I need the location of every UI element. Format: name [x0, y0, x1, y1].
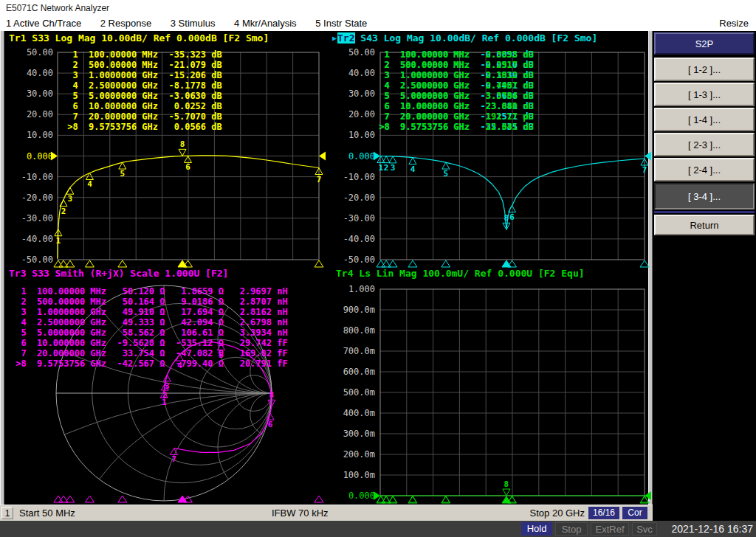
y-axis-label: -50.00 [328, 254, 375, 265]
y-axis-label: 50.00 [6, 47, 53, 58]
y-axis-label: -20.00 [328, 193, 375, 203]
y-axis-label: -40.00 [6, 234, 53, 244]
y-axis-label: 200.0m [328, 449, 375, 460]
marker-table-row: 5 5.0000000 GHz 58.562 Ω 106.61 Ω 3.3934… [10, 328, 288, 338]
marker-table-row: 1 100.00000 MHz 50.120 Ω 1.8659 Ω 2.9697… [10, 286, 288, 297]
y-axis-label: 300.0m [328, 429, 375, 439]
svg-text:1: 1 [56, 236, 61, 246]
marker-table-row: 3 1.0000000 GHz 49.910 Ω 17.694 Ω 2.8162… [10, 307, 288, 317]
y-axis-label: -10.00 [328, 172, 375, 182]
y-axis-label: 0.000 [6, 151, 53, 162]
y-axis-label: -20.00 [6, 193, 53, 203]
y-axis-label: 500.0m [328, 387, 375, 398]
svg-text:3: 3 [391, 163, 396, 173]
svg-text:7: 7 [642, 165, 647, 175]
y-axis-label: -30.00 [6, 213, 53, 224]
trace4-header: Tr4 Ls Lin Mag 100.0mU/ Ref 0.000U [F2 E… [336, 268, 585, 279]
marker-table-row: 4 2.5000000 GHz 49.333 Ω 42.094 Ω 2.6798… [10, 317, 288, 328]
marker-table-row: 4 2.5000000 GHz 2.4907 nU [374, 80, 534, 91]
marker-table-row: 6 10.000000 GHz 0.0252 dB [62, 101, 222, 111]
marker-table-row: 5 5.0000000 GHz -3.0630 dB [62, 91, 222, 101]
svg-text:4: 4 [410, 164, 416, 174]
y-axis-label: 40.00 [6, 68, 53, 78]
svg-text:7: 7 [171, 454, 176, 464]
marker-table-row: 6 10.000000 GHz -9.5628 Ω -535.12 Ω 29.7… [10, 338, 288, 348]
y-axis-label: -40.00 [328, 234, 375, 244]
trace2-label: Tr2 [337, 32, 354, 44]
marker-table-tr1: 1 100.00000 MHz -35.323 dB 2 500.00000 M… [62, 49, 222, 132]
tr4-chart: 8 [374, 289, 651, 503]
trace3-label: Tr3 [9, 268, 26, 279]
svg-text:8: 8 [180, 139, 185, 149]
marker-table-row: 7 20.000000 GHz 191.17 pU [374, 111, 534, 122]
svg-text:2: 2 [61, 207, 66, 216]
marker-table-row: 2 500.00000 MHz 2.2917 nU [374, 60, 534, 70]
y-axis-label: 900.0m [328, 305, 375, 315]
trace3-format: S33 Smith (R+jX) Scale 1.000U [F2] [26, 268, 228, 279]
svg-text:8: 8 [504, 213, 509, 223]
marker-table-row: 2 500.00000 MHz -21.079 dB [62, 60, 222, 70]
svg-text:6: 6 [509, 212, 515, 222]
y-axis-label: 10.00 [6, 130, 53, 140]
trace4-label: Tr4 [336, 268, 353, 279]
svg-text:6: 6 [268, 420, 273, 429]
y-axis-label: 100.0m [328, 470, 375, 480]
svg-text:1: 1 [379, 163, 384, 173]
marker-table-row: 2 500.00000 MHz 50.164 Ω 9.0186 Ω 2.8707… [10, 297, 288, 307]
svg-text:4: 4 [87, 179, 92, 189]
marker-table-tr3: 1 100.00000 MHz 50.120 Ω 1.8659 Ω 2.9697… [10, 286, 288, 369]
active-trace-arrow-icon: ▶ [332, 34, 337, 42]
trace1-format: S33 Log Mag 10.00dB/ Ref 0.000dB [F2 Smo… [26, 32, 269, 44]
svg-text:8: 8 [269, 390, 275, 400]
marker-table-row: >8 9.5753756 GHz -42.567 Ω -799.40 Ω 20.… [10, 358, 288, 369]
svg-text:5: 5 [444, 169, 449, 179]
y-axis-label: 700.0m [328, 346, 375, 356]
marker-table-row: 1 100.00000 MHz 2.3533 nU [374, 49, 534, 60]
y-axis-label: 30.00 [6, 89, 53, 99]
svg-text:5: 5 [120, 169, 126, 179]
marker-table-tr4: 1 100.00000 MHz 2.3533 nU 2 500.00000 MH… [374, 49, 534, 132]
e5071c-app: { "window": {"title": "E5071C Network An… [0, 0, 756, 537]
svg-text:7: 7 [317, 175, 322, 184]
y-axis-label: 400.0m [328, 408, 375, 418]
y-axis-label: 800.0m [328, 325, 375, 336]
y-axis-label: 0.000 [328, 151, 375, 162]
trace2-format: S43 Log Mag 10.00dB/ Ref 0.000dB [F2 Smo… [355, 32, 598, 44]
trace1-header: Tr1 S33 Log Mag 10.00dB/ Ref 0.000dB [F2… [9, 32, 269, 44]
marker-table-row: 7 20.000000 GHz -5.7070 dB [62, 111, 222, 122]
y-axis-label: 600.0m [328, 367, 375, 377]
y-axis-label: 50.00 [328, 47, 375, 58]
marker-table-row: >8 9.5753756 GHz 0.0566 dB [62, 122, 222, 132]
trace3-header: Tr3 S33 Smith (R+jX) Scale 1.000U [F2] [9, 268, 228, 279]
svg-text:2: 2 [162, 390, 168, 400]
y-axis-label: -10.00 [6, 172, 53, 182]
marker-table-row: 1 100.00000 MHz -35.323 dB [62, 49, 222, 60]
marker-table-row: 5 5.0000000 GHz 3.3704 nU [374, 91, 534, 101]
trace1-label: Tr1 [9, 32, 26, 44]
svg-text:3: 3 [165, 381, 170, 391]
marker-table-row: 7 20.000000 GHz 33.754 Ω -47.082 Ω 169.0… [10, 348, 288, 358]
y-axis-label: 10.00 [328, 130, 375, 140]
marker-table-row: >8 9.5753756 GHz 22.041 nU [374, 122, 534, 132]
marker-table-row: 3 1.0000000 GHz -15.206 dB [62, 70, 222, 80]
marker-table-row: 3 1.0000000 GHz 2.3012 nU [374, 70, 534, 80]
svg-text:6: 6 [185, 162, 190, 172]
marker-table-row: 4 2.5000000 GHz -8.1778 dB [62, 80, 222, 91]
svg-text:3: 3 [68, 194, 73, 204]
y-axis-label: 30.00 [328, 89, 375, 99]
trace2-header: ▶Tr2 S43 Log Mag 10.00dB/ Ref 0.000dB [F… [332, 32, 597, 44]
trace4-format: Ls Lin Mag 100.0mU/ Ref 0.000U [F2 Equ] [353, 268, 584, 279]
svg-text:2: 2 [384, 163, 389, 173]
y-axis-label: -30.00 [328, 213, 375, 224]
y-axis-label: 0.000 [328, 491, 375, 501]
svg-text:8: 8 [504, 479, 509, 489]
y-axis-label: 20.00 [328, 109, 375, 119]
y-axis-label: 40.00 [328, 68, 375, 78]
y-axis-label: 20.00 [6, 109, 53, 119]
marker-table-row: 6 10.000000 GHz 23.040 nU [374, 101, 534, 111]
y-axis-label: 1.000 [328, 284, 375, 294]
y-axis-label: -50.00 [6, 254, 53, 265]
